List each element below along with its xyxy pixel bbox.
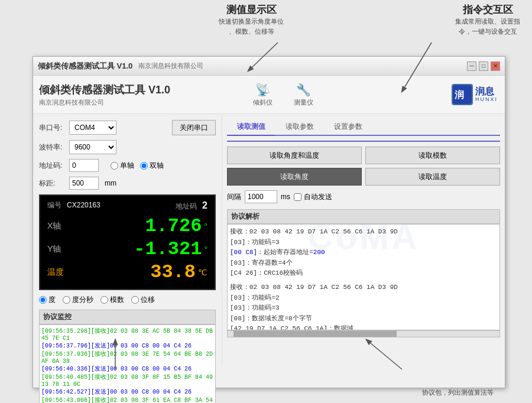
display-panel: 编号 CX220163 地址码 2 X轴 1.726 ° Y轴 -1.321 [39, 194, 216, 290]
protocol-monitor: 协议监控 [09:56:35.298][接收]02 03 08 3E AC 5B… [39, 310, 216, 403]
unit-dfs-label[interactable]: 度分秒 [63, 295, 93, 305]
btn-read-temp[interactable]: 读取温度 [365, 168, 500, 186]
analysis-line-crc1: [C4 26]：CRC16校验码 [230, 268, 497, 279]
analysis-recv-header: 接收：02 03 08 42 19 D7 1A C2 56 C6 1A D3 9… [230, 227, 497, 238]
app-subtitle: 南京润息科技有限公司 [39, 98, 170, 107]
unit-displacement-label[interactable]: 位移 [131, 295, 155, 305]
btn-read-angle-temp[interactable]: 读取角度和温度 [227, 147, 362, 164]
dist-label: 标距: [39, 178, 66, 188]
annotation-top-center-title: 测值显示区 [219, 3, 284, 17]
addr-value-display: 2 [202, 200, 207, 210]
logo-icon: 润 [452, 84, 473, 105]
sn-label: 编号 [47, 201, 61, 209]
logo-english: HUNXI [475, 97, 498, 103]
port-label: 串口号: [39, 123, 66, 133]
dual-axis-radio[interactable] [140, 162, 148, 170]
nav-label-measurer: 测量仪 [294, 98, 313, 107]
temp-unit: ℃ [198, 268, 207, 277]
logo-block: 润 润息 HUNXI [452, 84, 498, 105]
annotation-top-right: 指令交互区 集成常用读取、设置指令，一键与设备交互 [455, 3, 520, 36]
scrollbar-thumb[interactable] [233, 331, 397, 337]
logo-chinese: 润息 [475, 86, 498, 97]
close-port-button[interactable]: 关闭串口 [172, 120, 216, 135]
right-panel: CoMA 读取测值 读取参数 设置参数 读取角度和温度 读取模数 读取角度 读取… [222, 114, 505, 366]
tab-read-value[interactable]: 读取测值 [227, 119, 275, 136]
x-value: 1.726 [77, 215, 202, 237]
nav-item-tiltmeter[interactable]: 📡 倾斜仪 [248, 80, 277, 109]
protocol-analysis-title: 协议解析 [227, 209, 500, 224]
title-bar: 倾斜类传感器测试工具 V1.0 南京润息科技有限公司 ─ □ ✕ [33, 57, 505, 76]
log-line-2: [09:56:37.796][发送]00 03 00 C8 00 04 C4 2… [41, 342, 213, 350]
analysis-box[interactable]: 接收：02 03 08 42 19 D7 1A C2 56 C6 1A D3 9… [227, 224, 500, 330]
baud-row: 波特率: 9600 [39, 140, 216, 154]
unit-du-label[interactable]: 度 [39, 295, 56, 305]
y-label: Y轴 [47, 244, 77, 255]
unit-modulus-radio[interactable] [100, 296, 108, 304]
dual-axis-label[interactable]: 双轴 [140, 161, 164, 171]
analysis-line-datalen: [08]：数据域长度=8个字节 [230, 314, 497, 324]
y-value: -1.321 [77, 238, 202, 260]
content-area: 串口号: COM4 关闭串口 波特率: 9600 地址码: [33, 114, 505, 366]
minimize-button[interactable]: ─ [467, 61, 476, 71]
log-line-5: [09:56:40.485][接收]02 03 08 3F 8F 15 B5 B… [41, 373, 213, 388]
port-select[interactable]: COM4 [69, 121, 116, 135]
annotation-top-right-title: 指令交互区 [455, 3, 520, 17]
unit-displacement-radio[interactable] [131, 296, 139, 304]
addr-input[interactable] [69, 159, 99, 172]
analysis-line-data: [42 19 D7 1A C2 56 C6 1A]：数据域 [230, 324, 497, 330]
y-unit: ° [204, 245, 207, 254]
dist-row: 标距: mm [39, 177, 216, 190]
maximize-button[interactable]: □ [479, 61, 488, 71]
svg-text:润: 润 [455, 89, 464, 100]
close-button[interactable]: ✕ [491, 61, 500, 71]
log-line-3: [09:56:37.936][接收]02 03 08 3E 7E 54 64 B… [41, 350, 213, 365]
tab-set-param[interactable]: 设置参数 [324, 119, 372, 135]
display-header: 编号 CX220163 地址码 2 [47, 200, 207, 212]
btn-read-angle[interactable]: 读取角度 [227, 168, 362, 186]
header-nav: 📡 倾斜仪 🔧 测量仪 [248, 80, 318, 109]
sn-value: CX220163 [67, 201, 100, 209]
auto-send-checkbox[interactable] [294, 193, 301, 201]
unit-modulus-label[interactable]: 模数 [100, 295, 124, 305]
annotation-top-right-desc: 集成常用读取、设置指令，一键与设备交互 [455, 17, 520, 36]
analysis-scrollbar[interactable] [227, 330, 500, 337]
protocol-monitor-title: 协议监控 [39, 310, 216, 324]
tab-read-param[interactable]: 读取参数 [275, 119, 324, 135]
unit-dfs-radio[interactable] [63, 296, 70, 304]
nav-item-measurer[interactable]: 🔧 测量仪 [289, 80, 318, 109]
interval-input[interactable] [245, 190, 277, 203]
tab-underline [227, 141, 500, 142]
measurer-icon: 🔧 [296, 83, 311, 97]
btn-read-modulus[interactable]: 读取模数 [365, 147, 500, 164]
log-line-7: [09:56:43.008][接收]02 03 08 3F 61 EA C8 B… [41, 396, 213, 403]
addr-label-display: 地址码 [176, 202, 197, 210]
y-axis-row: Y轴 -1.321 ° [47, 238, 207, 260]
analysis-recv2: 接收：02 03 08 42 19 D7 1A C2 56 C6 1A D3 9… [230, 282, 497, 293]
auto-send-label: 自动发送 [294, 192, 332, 202]
dist-input[interactable] [69, 177, 99, 190]
baud-select[interactable]: 9600 [69, 140, 116, 154]
single-axis-radio[interactable] [111, 162, 118, 170]
x-unit: ° [204, 222, 207, 231]
interval-row: 间隔 ms 自动发送 [227, 190, 500, 203]
addr-row: 地址码: 单轴 双轴 [39, 159, 216, 172]
control-grid: 读取角度和温度 读取模数 读取角度 读取温度 [227, 147, 500, 186]
dist-unit: mm [105, 179, 116, 187]
app-title: 倾斜类传感器测试工具 V1.0 [39, 83, 170, 97]
x-label: X轴 [47, 221, 77, 232]
annotation-top-center-desc: 快速切换显示角度单位、模数、位移等 [219, 17, 284, 36]
unit-selector: 度 度分秒 模数 位移 [39, 295, 216, 305]
axis-radio-group: 单轴 双轴 [111, 161, 164, 171]
protocol-analysis: 协议解析 接收：02 03 08 42 19 D7 1A C2 56 C6 1A… [227, 209, 500, 337]
analysis-line-func1: [03]：功能码=3 [230, 238, 497, 248]
interval-label: 间隔 [227, 192, 241, 202]
nav-label-tiltmeter: 倾斜仪 [253, 98, 273, 107]
analysis-line-func3: [03]：功能码=3 [230, 303, 497, 314]
analysis-line-addr: [00 C8]：起始寄存器地址=200 [230, 248, 497, 258]
protocol-log[interactable]: [09:56:35.298][接收]02 03 08 3E AC 5B 84 3… [39, 324, 216, 403]
single-axis-label[interactable]: 单轴 [111, 161, 134, 171]
unit-du-radio[interactable] [39, 296, 47, 304]
window-subtitle: 南京润息科技有限公司 [138, 61, 203, 70]
log-line-1: [09:56:35.298][接收]02 03 08 3E AC 5B 84 3… [41, 327, 213, 342]
baud-label: 波特率: [39, 142, 66, 152]
